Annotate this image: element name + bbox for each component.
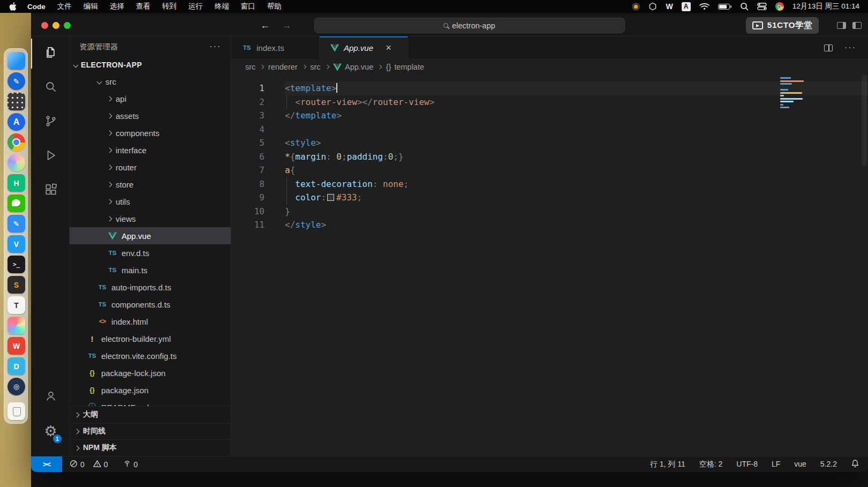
- code-line-9[interactable]: color:#333;: [285, 191, 868, 205]
- dock-trash-icon[interactable]: [7, 402, 25, 420]
- dock-sublime-icon[interactable]: S: [7, 276, 25, 294]
- tree-section-header[interactable]: ELECTRON-APP: [70, 57, 231, 73]
- tree-item-components-d-ts[interactable]: TScomponents.d.ts: [70, 296, 231, 313]
- code-editor[interactable]: 1234567891011 <template> <router-view></…: [231, 75, 868, 456]
- code-line-6[interactable]: *{margin: 0;padding:0;}: [285, 150, 868, 164]
- line-number[interactable]: 3: [231, 109, 265, 123]
- line-number[interactable]: 1: [231, 81, 265, 95]
- remote-indicator[interactable]: ><: [31, 456, 62, 472]
- activitybar-run-debug[interactable]: [31, 141, 69, 171]
- menubar-menu-7[interactable]: 窗口: [241, 2, 255, 11]
- statusbar-encoding[interactable]: UTF-8: [736, 460, 758, 469]
- tree-item-app-vue[interactable]: App.vue: [70, 227, 231, 244]
- toggle-panel-icon[interactable]: [837, 22, 846, 29]
- dock-art-app-icon[interactable]: [7, 317, 25, 334]
- line-number[interactable]: 2: [231, 95, 265, 109]
- line-number[interactable]: 9: [231, 191, 265, 205]
- statusbar-version[interactable]: 5.2.2: [820, 460, 837, 469]
- breadcrumb-item-1[interactable]: renderer: [268, 63, 298, 71]
- line-number-gutter[interactable]: 1234567891011: [231, 81, 265, 456]
- dock-chrome-icon[interactable]: [7, 133, 25, 151]
- line-number[interactable]: 7: [231, 163, 265, 177]
- dock-draw-app-icon[interactable]: ✎: [7, 72, 25, 90]
- tree-item-package-lock-json[interactable]: {}package-lock.json: [70, 364, 231, 381]
- control-center-icon[interactable]: [757, 2, 767, 11]
- menu-app-name[interactable]: Code: [27, 3, 46, 11]
- breadcrumb-item-4[interactable]: {}template: [386, 63, 424, 71]
- statusbar-indentation[interactable]: 空格: 2: [699, 460, 723, 469]
- code-content[interactable]: <template> <router-view></router-view></…: [265, 81, 868, 456]
- menubar-menu-8[interactable]: 帮助: [267, 2, 282, 11]
- tree-item-package-json[interactable]: {}package.json: [70, 381, 231, 399]
- line-number[interactable]: 10: [231, 205, 265, 219]
- tree-item-env-d-ts[interactable]: TSenv.d.ts: [70, 244, 231, 261]
- tree-item-interface[interactable]: interface: [70, 141, 231, 159]
- tree-item-readme-md[interactable]: ⓘREADME.md: [70, 399, 231, 406]
- tree-item-auto-imports-d-ts[interactable]: TSauto-imports.d.ts: [70, 279, 231, 296]
- dock-finder-icon[interactable]: [7, 52, 25, 70]
- tree-item-electron-vite-config-ts[interactable]: TSelectron.vite.config.ts: [70, 347, 231, 364]
- dock-app-store-icon[interactable]: A: [7, 113, 25, 131]
- problems-indicator[interactable]: 0 0: [70, 460, 108, 469]
- code-line-3[interactable]: </template>: [285, 109, 868, 123]
- dock-launchpad-icon[interactable]: [7, 93, 25, 110]
- code-line-11[interactable]: </style>: [285, 218, 868, 232]
- broadcast-indicator[interactable]: 0: [123, 460, 138, 469]
- menubar-datetime[interactable]: 12月13日 周三 01:14: [792, 2, 859, 11]
- activitybar-source-control[interactable]: [31, 107, 69, 137]
- dock-pen-app-icon[interactable]: ✎: [7, 215, 25, 233]
- dock-terminal-icon[interactable]: >_: [7, 256, 25, 273]
- tree-item-electron-builder-yml[interactable]: !electron-builder.yml: [70, 330, 231, 347]
- tree-item-api[interactable]: api: [70, 90, 231, 107]
- tree-item-views[interactable]: views: [70, 210, 231, 227]
- statusbar-eol[interactable]: LF: [772, 460, 780, 469]
- dock-deer-app-icon[interactable]: D: [7, 357, 25, 375]
- code-line-8[interactable]: text-decoration: none;: [285, 177, 868, 191]
- menubar-menu-6[interactable]: 终端: [215, 2, 229, 11]
- dock-photos-icon[interactable]: [7, 154, 25, 171]
- menubar-menu-5[interactable]: 运行: [188, 2, 203, 11]
- zoom-window-button[interactable]: [64, 22, 71, 29]
- tree-item-router[interactable]: router: [70, 159, 231, 176]
- close-tab-icon[interactable]: ×: [386, 43, 391, 53]
- line-number[interactable]: 4: [231, 123, 265, 137]
- apple-menu-icon[interactable]: [9, 2, 17, 11]
- dock-blue-app-icon[interactable]: ◎: [7, 378, 25, 395]
- panel-2[interactable]: NPM 脚本: [70, 439, 231, 456]
- tree-item-assets[interactable]: assets: [70, 107, 231, 124]
- dock-hbuilder-icon[interactable]: H: [7, 174, 25, 192]
- activitybar-search[interactable]: [31, 73, 69, 103]
- menubar-menu-2[interactable]: 选择: [110, 2, 124, 11]
- back-arrow-icon[interactable]: ←: [260, 20, 270, 31]
- customize-layout-icon[interactable]: [852, 22, 862, 29]
- more-actions-icon[interactable]: ···: [844, 43, 856, 53]
- activitybar-settings[interactable]: ⚙1: [31, 416, 69, 446]
- line-number[interactable]: 8: [231, 177, 265, 191]
- screen-record-icon[interactable]: [632, 2, 640, 11]
- tree-item-main-ts[interactable]: TSmain.ts: [70, 261, 231, 279]
- code-line-5[interactable]: <style>: [285, 136, 868, 150]
- breadcrumb-item-3[interactable]: App.vue: [333, 63, 373, 71]
- panel-0[interactable]: 大纲: [70, 406, 231, 423]
- tree-item-components[interactable]: components: [70, 124, 231, 141]
- wifi-icon[interactable]: [699, 2, 710, 11]
- minimap[interactable]: [780, 77, 804, 110]
- menubar-menu-4[interactable]: 转到: [162, 2, 177, 11]
- bell-icon[interactable]: [851, 459, 859, 469]
- split-editor-icon[interactable]: [824, 44, 833, 51]
- activitybar-explorer[interactable]: [31, 39, 69, 69]
- breadcrumb-item-2[interactable]: src: [310, 63, 320, 71]
- tab-index-ts[interactable]: TSindex.ts: [231, 36, 320, 59]
- tree-item-index-html[interactable]: <>index.html: [70, 313, 231, 330]
- panel-1[interactable]: 时间线: [70, 423, 231, 439]
- tree-item-utils[interactable]: utils: [70, 193, 231, 210]
- spotlight-icon[interactable]: [740, 2, 749, 11]
- close-window-button[interactable]: [41, 22, 48, 29]
- command-center-search[interactable]: electron-app: [314, 18, 625, 33]
- statusbar-cursor-position[interactable]: 行 1, 列 11: [650, 460, 685, 469]
- battery-icon[interactable]: [718, 2, 731, 11]
- dock-vscode-icon[interactable]: V: [7, 235, 25, 253]
- dock-wechat-icon[interactable]: [7, 194, 25, 212]
- tree-item-store[interactable]: store: [70, 176, 231, 193]
- sidebar-more-actions-icon[interactable]: ···: [209, 42, 221, 51]
